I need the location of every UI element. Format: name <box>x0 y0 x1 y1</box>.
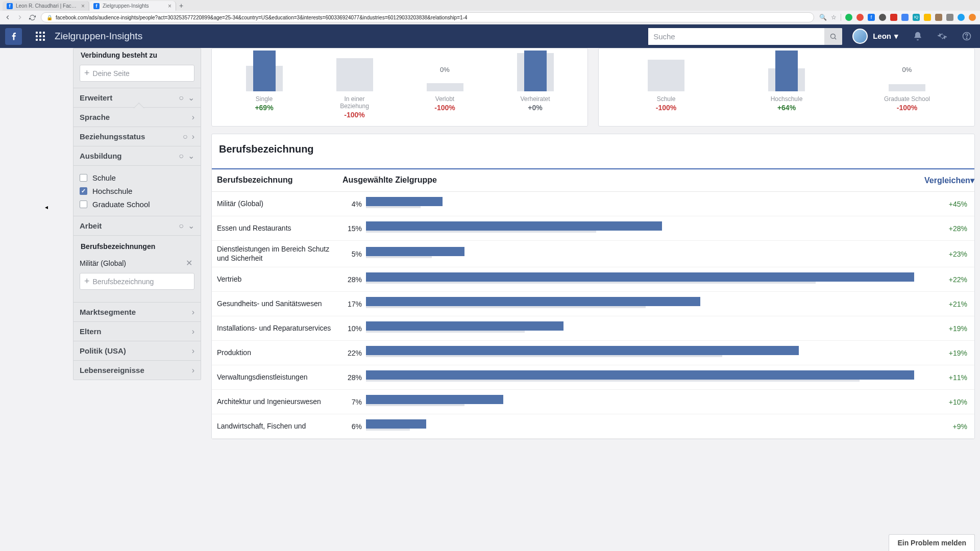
filter-label: Beziehungsstatus <box>80 132 145 141</box>
row-percent: 4% <box>342 200 362 208</box>
cursor: ◂ <box>45 204 48 211</box>
facebook-logo[interactable] <box>5 28 22 45</box>
chart-category: Single+69% <box>239 95 290 119</box>
reload-button[interactable] <box>29 14 36 21</box>
ext-icon[interactable] <box>969 14 976 21</box>
table-row[interactable]: Dienstleistungen im Bereich Schutz und S… <box>212 241 974 267</box>
table-row[interactable]: Produktion 22% +19% <box>212 341 974 365</box>
avatar[interactable] <box>852 29 868 44</box>
address-bar[interactable]: 🔒 facebook.com/ads/audience-insights/peo… <box>41 12 814 22</box>
chevron-right-icon: › <box>192 113 194 122</box>
ext-icon[interactable] <box>924 14 931 21</box>
close-icon[interactable]: × <box>81 3 85 10</box>
svg-point-9 <box>831 34 836 38</box>
th-label: Vergleichen <box>924 176 970 185</box>
row-bar: 6% <box>337 415 919 438</box>
search-icon[interactable]: 🔍 <box>819 14 827 21</box>
filter-beziehungsstatus[interactable]: Beziehungsstatus ○› <box>74 127 201 146</box>
table-row[interactable]: Essen und Restaurants 15% +28% <box>212 216 974 241</box>
th-vergleichen[interactable]: Vergleichen▾ <box>919 169 974 191</box>
table-row[interactable]: Verwaltungsdienstleistungen 28% +11% <box>212 365 974 390</box>
chevron-down-icon: ▾ <box>894 32 898 40</box>
ext-icon[interactable] <box>946 14 953 21</box>
user-menu[interactable]: Leon▾ <box>873 32 898 41</box>
table-row[interactable]: Architektur und Ingenieurswesen 7% +10% <box>212 390 974 414</box>
row-name: Verwaltungsdienstleistungen <box>212 369 337 386</box>
ext-icon[interactable] <box>879 14 886 21</box>
svg-rect-6 <box>36 39 38 41</box>
bar-column: 0% <box>329 49 380 91</box>
bar-cell <box>366 247 914 261</box>
row-name: Architektur und Ingenieurswesen <box>212 393 337 411</box>
check-schule[interactable]: Schule <box>80 171 194 184</box>
row-percent: 17% <box>342 300 362 308</box>
ext-icon[interactable] <box>890 14 897 21</box>
table-row[interactable]: Vertrieb 28% +22% <box>212 267 974 292</box>
dot-icon: ○ <box>183 132 188 141</box>
table-row[interactable]: Landwirtschaft, Fischen und 6% +9% <box>212 414 974 439</box>
deine-seite-input[interactable]: +Deine Seite <box>80 65 194 82</box>
ext-icon[interactable] <box>856 14 864 21</box>
filter-lebensereignisse[interactable]: Lebensereignisse › <box>74 360 201 380</box>
app-header: Zielgruppen-Insights Leon▾ <box>0 24 980 48</box>
table-row[interactable]: Gesundheits- und Sanitätswesen 17% +21% <box>212 292 974 316</box>
chevron-down-icon: ⌄ <box>188 151 194 161</box>
browser-chrome: f Leon R. Chaudhari | Facebook × f Zielg… <box>0 0 980 24</box>
search-button[interactable] <box>824 28 842 45</box>
table-row[interactable]: Militär (Global) 4% +45% <box>212 192 974 216</box>
ext-icon[interactable]: IQ <box>913 14 920 21</box>
forward-button[interactable] <box>16 14 23 21</box>
settings-icon[interactable] <box>937 31 947 41</box>
row-delta: +9% <box>919 418 974 435</box>
filter-eltern[interactable]: Eltern › <box>74 321 201 341</box>
row-percent: 28% <box>342 373 362 382</box>
placeholder-text: Deine Seite <box>93 69 130 78</box>
ext-icon[interactable] <box>901 14 909 21</box>
star-icon[interactable]: ☆ <box>831 14 837 21</box>
bar-column <box>510 49 561 91</box>
chart-category: Verlobt-100% <box>420 95 471 119</box>
ext-icon[interactable] <box>958 14 965 21</box>
check-graduate[interactable]: Graduate School <box>80 197 194 211</box>
row-name: Militär (Global) <box>212 195 337 213</box>
filter-ausbildung[interactable]: Ausbildung ○⌄ <box>74 146 201 165</box>
tab-insights[interactable]: f Zielgruppen-Insights × <box>89 1 176 11</box>
search-input[interactable] <box>648 28 824 45</box>
row-bar: 17% <box>337 293 919 315</box>
close-icon[interactable]: × <box>168 3 172 10</box>
bar-column: 0% <box>881 49 933 91</box>
new-tab-button[interactable]: + <box>176 1 186 11</box>
ext-icon[interactable] <box>935 14 942 21</box>
tab-facebook[interactable]: f Leon R. Chaudhari | Facebook × <box>3 1 89 11</box>
tabs-row: f Leon R. Chaudhari | Facebook × f Zielg… <box>0 0 980 11</box>
back-button[interactable] <box>4 14 11 21</box>
notifications-icon[interactable] <box>913 31 923 41</box>
filter-label: Lebensereignisse <box>80 366 144 374</box>
bar-cell <box>366 346 914 360</box>
beruf-input[interactable]: +Berufsbezeichnung <box>80 273 194 290</box>
row-delta: +10% <box>919 394 974 410</box>
main-content: 0%0%Single+69%In einer Beziehung-100%Ver… <box>204 48 980 551</box>
row-delta: +19% <box>919 320 974 337</box>
filter-politik[interactable]: Politik (USA) › <box>74 341 201 360</box>
ext-icon[interactable]: f <box>868 14 875 21</box>
table-row[interactable]: Installations- und Reparaturservices 10%… <box>212 316 974 341</box>
th-zielgruppe[interactable]: Ausgewählte Zielgruppe <box>337 169 919 191</box>
page-title: Zielgruppen-Insights <box>55 31 142 42</box>
filter-label: Marktsegmente <box>80 308 136 316</box>
remove-tag-button[interactable]: ✕ <box>184 256 194 270</box>
filter-marktsegmente[interactable]: Marktsegmente › <box>74 302 201 321</box>
apps-grid-icon[interactable] <box>33 29 47 43</box>
chevron-right-icon: › <box>192 308 194 317</box>
filter-arbeit[interactable]: Arbeit ○⌄ <box>74 216 201 235</box>
extension-icons: 🔍 ☆ f IQ <box>819 14 976 21</box>
report-problem-button[interactable]: Ein Problem melden <box>889 534 975 551</box>
help-icon[interactable] <box>962 31 972 41</box>
check-label: Graduate School <box>92 200 150 209</box>
check-hochschule[interactable]: Hochschule <box>80 184 194 197</box>
ext-icon[interactable] <box>845 14 852 21</box>
bar-cell <box>366 197 914 211</box>
th-name[interactable]: Berufsbezeichnung <box>212 169 337 191</box>
bar-cell <box>366 272 914 287</box>
category-label: Graduate School <box>881 95 933 103</box>
